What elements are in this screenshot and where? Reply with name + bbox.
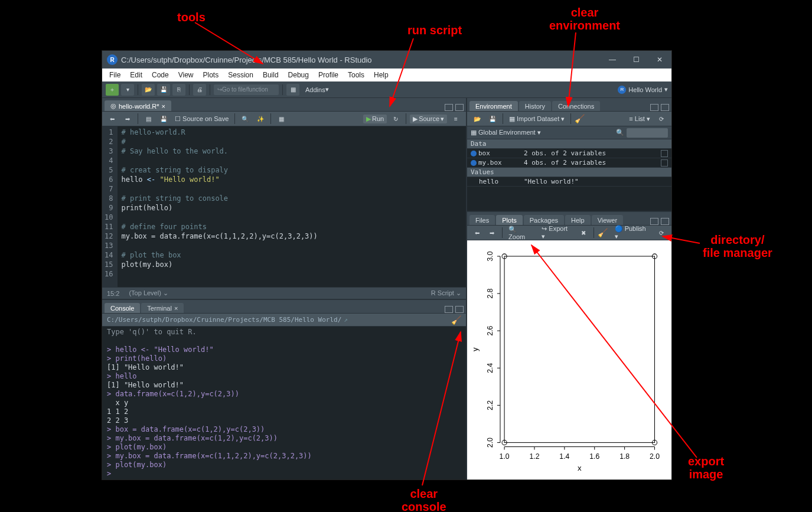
environment-toolbar: 📂 💾 ▦ Import Dataset ▾ 🧹 ≡ List ▾ ⟳ bbox=[467, 112, 671, 126]
new-project-button[interactable]: ▾ bbox=[121, 84, 134, 96]
tab-plots[interactable]: Plots bbox=[496, 215, 522, 225]
show-outline-button[interactable]: ▤ bbox=[142, 113, 155, 125]
tab-viewer[interactable]: Viewer bbox=[592, 215, 623, 225]
menubar[interactable]: FileEditCodeViewPlotsSessionBuildDebugPr… bbox=[102, 69, 671, 81]
grid-button[interactable]: ▦ bbox=[286, 84, 299, 96]
svg-text:1.6: 1.6 bbox=[589, 452, 599, 461]
scope-dropdown[interactable]: ▦ Global Environment ▾ bbox=[471, 129, 541, 136]
goto-file-input[interactable]: ↪ Go to file/function bbox=[214, 84, 279, 95]
environment-list: Databox2 obs. of 2 variablesmy.box4 obs.… bbox=[467, 139, 671, 211]
close-tab-icon[interactable]: × bbox=[161, 103, 165, 110]
save-ws-button[interactable]: 💾 bbox=[486, 113, 499, 125]
menu-plots[interactable]: Plots bbox=[198, 70, 224, 80]
source-toolbar: ⬅ ➡ ▤ 💾 ☐ Source on Save 🔍 ✨ ▦ ▶Run ↻ ▶S… bbox=[102, 112, 466, 126]
tab-history[interactable]: History bbox=[519, 101, 551, 111]
source-button[interactable]: ▶Source ▾ bbox=[410, 115, 447, 123]
tab-help[interactable]: Help bbox=[565, 215, 591, 225]
env-row[interactable]: my.box4 obs. of 2 variables bbox=[467, 158, 671, 168]
source-tab-label: hello-world.R* bbox=[119, 103, 159, 110]
save-button[interactable]: 💾 bbox=[157, 84, 170, 96]
env-row[interactable]: box2 obs. of 2 variables bbox=[467, 149, 671, 158]
tab-files[interactable]: Files bbox=[469, 215, 495, 225]
svg-text:2.2: 2.2 bbox=[486, 400, 494, 410]
menu-view[interactable]: View bbox=[174, 70, 198, 80]
maximize-pane-icon[interactable] bbox=[661, 218, 669, 225]
clear-environment-button[interactable]: 🧹 bbox=[575, 114, 585, 123]
list-view-dropdown[interactable]: ≡ List ▾ bbox=[627, 115, 653, 123]
search-icon: 🔍 bbox=[616, 129, 624, 136]
minimize-button[interactable]: — bbox=[608, 55, 617, 64]
remove-plot-button[interactable]: ✖ bbox=[577, 227, 590, 239]
zoom-button[interactable]: 🔍 Zoom bbox=[506, 226, 537, 240]
tab-console[interactable]: Console bbox=[105, 303, 140, 313]
environment-tabs: EnvironmentHistoryConnections bbox=[467, 98, 671, 112]
svg-text:2.0: 2.0 bbox=[650, 452, 660, 461]
print-button[interactable]: 🖨 bbox=[193, 84, 206, 96]
annotation-clear-console: clear console bbox=[402, 487, 446, 512]
load-ws-button[interactable]: 📂 bbox=[471, 113, 484, 125]
maximize-button[interactable]: ☐ bbox=[631, 55, 641, 64]
wand-button[interactable]: ✨ bbox=[254, 113, 267, 125]
tab-terminal[interactable]: Terminal × bbox=[141, 303, 184, 313]
refresh-plots-button[interactable]: ⟳ bbox=[655, 227, 668, 239]
maximize-pane-icon[interactable] bbox=[455, 306, 464, 313]
project-dropdown[interactable]: R Hello World ▾ bbox=[618, 86, 668, 94]
minimize-pane-icon[interactable] bbox=[445, 104, 453, 111]
console-pane: Console Terminal × C:/Users/sutph/Dropbo… bbox=[102, 299, 466, 480]
menu-file[interactable]: File bbox=[105, 70, 125, 80]
tab-environment[interactable]: Environment bbox=[469, 101, 518, 111]
annotation-dir-mgr: directory/ file manager bbox=[703, 233, 772, 259]
menu-edit[interactable]: Edit bbox=[125, 70, 147, 80]
compile-report-button[interactable]: ▦ bbox=[275, 113, 288, 125]
close-button[interactable]: ✕ bbox=[655, 55, 664, 64]
file-type-label[interactable]: R Script ⌄ bbox=[431, 289, 461, 297]
back-button[interactable]: ⬅ bbox=[106, 113, 119, 125]
environment-scope-bar: ▦ Global Environment ▾ 🔍 bbox=[467, 126, 671, 139]
maximize-pane-icon[interactable] bbox=[455, 104, 464, 111]
addins-dropdown[interactable]: Addins ▾ bbox=[302, 86, 332, 93]
publish-dropdown[interactable]: 🔵 Publish ▾ bbox=[612, 225, 653, 240]
save-all-button[interactable]: ⎘ bbox=[172, 84, 185, 96]
minimize-pane-icon[interactable] bbox=[650, 104, 658, 111]
menu-tools[interactable]: Tools bbox=[343, 70, 369, 80]
code-editor[interactable]: 12345678910111213141516 # hello-world.R#… bbox=[102, 126, 466, 287]
project-name: Hello World bbox=[628, 86, 662, 93]
maximize-pane-icon[interactable] bbox=[661, 104, 669, 111]
minimize-pane-icon[interactable] bbox=[650, 218, 658, 225]
env-search-input[interactable] bbox=[627, 128, 668, 138]
tab-connections[interactable]: Connections bbox=[552, 101, 600, 111]
menu-build[interactable]: Build bbox=[258, 70, 283, 80]
tab-packages[interactable]: Packages bbox=[524, 215, 564, 225]
import-dataset-dropdown[interactable]: ▦ Import Dataset ▾ bbox=[507, 115, 567, 123]
minimize-pane-icon[interactable] bbox=[445, 306, 453, 313]
menu-code[interactable]: Code bbox=[147, 70, 174, 80]
annotation-tools: tools bbox=[177, 11, 206, 24]
menu-profile[interactable]: Profile bbox=[314, 70, 343, 80]
refresh-env-button[interactable]: ⟳ bbox=[655, 113, 668, 125]
console-path-text: C:/Users/sutph/Dropbox/Cruinne/Projects/… bbox=[107, 316, 341, 324]
goto-wd-icon[interactable]: ↗ bbox=[344, 316, 348, 324]
menu-session[interactable]: Session bbox=[223, 70, 258, 80]
source-pane: ◎ hello-world.R* × ⬅ ➡ ▤ 💾 ☐ Source o bbox=[102, 98, 466, 299]
svg-text:x: x bbox=[578, 464, 582, 472]
open-file-button[interactable]: 📂 bbox=[142, 84, 155, 96]
menu-debug[interactable]: Debug bbox=[283, 70, 314, 80]
export-dropdown[interactable]: ↪ Export ▾ bbox=[539, 225, 575, 240]
menu-help[interactable]: Help bbox=[369, 70, 393, 80]
window-title: C:/Users/sutph/Dropbox/Cruinne/Projects/… bbox=[121, 56, 608, 64]
outline-toggle-button[interactable]: ≡ bbox=[449, 113, 462, 125]
clear-console-button[interactable]: 🧹 bbox=[451, 315, 461, 325]
source-on-save-checkbox[interactable]: ☐ Source on Save bbox=[172, 115, 231, 123]
clear-plots-button[interactable]: 🧹 bbox=[598, 228, 608, 237]
forward-button[interactable]: ➡ bbox=[121, 113, 134, 125]
source-tab-hello-world[interactable]: ◎ hello-world.R* × bbox=[105, 100, 171, 111]
prev-plot-button[interactable]: ⬅ bbox=[471, 227, 484, 239]
next-plot-button[interactable]: ➡ bbox=[486, 227, 499, 239]
titlebar[interactable]: R C:/Users/sutph/Dropbox/Cruinne/Project… bbox=[102, 51, 671, 69]
new-file-button[interactable]: ＋ bbox=[106, 84, 119, 96]
rerun-button[interactable]: ↻ bbox=[389, 113, 402, 125]
find-button[interactable]: 🔍 bbox=[239, 113, 252, 125]
save-source-button[interactable]: 💾 bbox=[157, 113, 170, 125]
console-output[interactable]: Type 'q()' to quit R. > hello <- "Hello … bbox=[102, 327, 466, 480]
run-button[interactable]: ▶Run bbox=[363, 115, 387, 123]
